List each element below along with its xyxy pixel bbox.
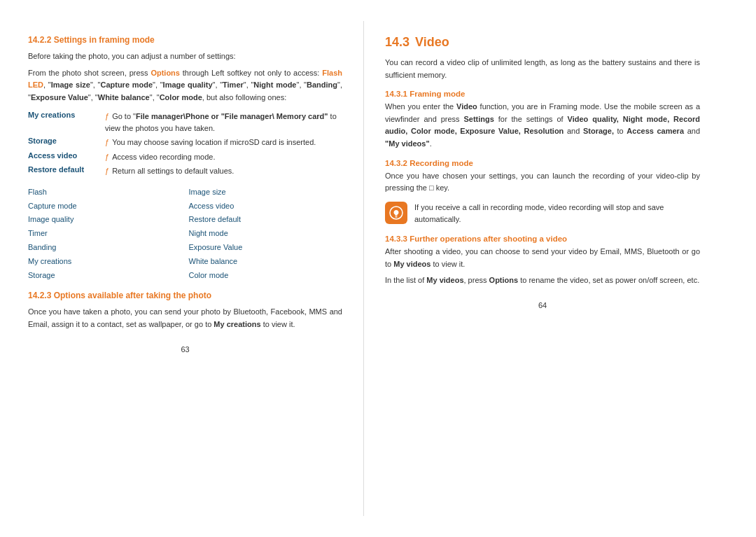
list-item-banding: Banding xyxy=(28,241,182,255)
white-balance: White balance xyxy=(98,93,150,102)
video-bold: Video xyxy=(456,102,477,111)
comma1: , " xyxy=(43,81,51,89)
note-box: If you receive a call in recording mode,… xyxy=(385,202,700,226)
list-item-colormode: Color mode xyxy=(189,269,343,283)
night-mode: Night mode xyxy=(253,81,296,89)
list-item-accessvideo: Access video xyxy=(189,200,343,214)
options-bold: Options xyxy=(150,69,180,77)
list-item-restore: Restore default xyxy=(189,213,343,227)
page-number-left: 63 xyxy=(28,345,342,354)
value-creations: ƒGo to "File manager\Phone or "File mana… xyxy=(105,111,342,134)
page-number-right: 64 xyxy=(385,301,700,309)
label-restore: Restore default xyxy=(28,165,105,174)
para-243: Once you have taken a photo, you can sen… xyxy=(28,306,342,330)
quote4: ", " xyxy=(213,81,223,89)
quote3: ", " xyxy=(153,81,163,89)
para-133-1: After shooting a video, you can choose t… xyxy=(385,246,700,270)
list-col-2: Image size Access video Restore default … xyxy=(189,186,343,283)
in-list-text: In the list of xyxy=(385,276,426,284)
label-storage: Storage xyxy=(28,137,105,145)
period: . xyxy=(430,139,432,148)
label-access-video: Access video xyxy=(28,151,105,160)
para-243-end: to view it. xyxy=(261,320,295,328)
and-text: and xyxy=(564,127,583,135)
section-133-heading: 14.3.3 Further operations after shooting… xyxy=(385,235,700,243)
exposure-value: Exposure Value xyxy=(31,93,88,102)
label-creations: My creations xyxy=(28,111,105,119)
settings-table: My creations ƒGo to "File manager\Phone … xyxy=(28,111,342,177)
value-storage: ƒYou may choose saving location if micro… xyxy=(105,137,342,148)
table-row-creations: My creations ƒGo to "File manager\Phone … xyxy=(28,111,342,134)
banding: Banding xyxy=(307,81,337,89)
value-access-video: ƒAccess video recording mode. xyxy=(105,151,342,163)
and2: and xyxy=(684,127,700,135)
but-also: , but also following ones: xyxy=(202,93,286,102)
options-ref2: Options xyxy=(489,276,519,284)
quote5: ", " xyxy=(244,81,254,89)
section-heading-1422: 14.2.2 Settings in framing mode xyxy=(28,35,342,45)
list-item-capture: Capture mode xyxy=(28,200,182,214)
para-131-3: for the settings of xyxy=(494,115,568,123)
quote9: ", " xyxy=(150,93,160,102)
table-row-restore: Restore default ƒReturn all settings to … xyxy=(28,165,342,177)
list-item-imgsize: Image size xyxy=(189,186,343,200)
settings-bold: Settings xyxy=(463,115,493,123)
right-page: 14.3 Video You can record a video clip o… xyxy=(364,21,728,516)
color-mode: Color mode xyxy=(160,93,202,102)
chapter-title: 14.3 Video xyxy=(385,35,700,50)
key-char: □ xyxy=(429,183,434,192)
list-item-flash: Flash xyxy=(28,186,182,200)
para-132: Once you have chosen your settings, you … xyxy=(385,170,700,195)
para-133-2: to view it. xyxy=(430,260,465,268)
list-item-mycreations: My creations xyxy=(28,255,182,269)
list-item-imgquality: Image quality xyxy=(28,213,182,227)
list-item-expvalue: Exposure Value xyxy=(189,241,343,255)
note-icon xyxy=(385,202,407,224)
my-videos-ref2: My videos xyxy=(426,276,463,284)
quote2: ", " xyxy=(90,81,101,89)
storage-bold: Storage, xyxy=(583,127,614,135)
section-132-heading: 14.3.2 Recording mode xyxy=(385,159,700,167)
my-creations-ref: My creations xyxy=(214,320,260,328)
image-size: Image size xyxy=(51,81,90,89)
table-row-storage: Storage ƒYou may choose saving location … xyxy=(28,137,342,148)
comma-press: , press xyxy=(464,276,489,284)
timer: Timer xyxy=(223,81,244,89)
capture-mode: Capture mode xyxy=(100,81,153,89)
my-videos-bold: "My videos" xyxy=(385,139,430,148)
left-page: 14.2.2 Settings in framing mode Before t… xyxy=(0,21,364,516)
value-restore: ƒReturn all settings to default values. xyxy=(105,165,342,177)
access-camera-bold: Access camera xyxy=(626,127,684,135)
to-access: to xyxy=(614,127,626,135)
my-videos-ref: My videos xyxy=(393,260,430,268)
quote6: ", " xyxy=(296,81,307,89)
para-133-3: In the list of My videos, press Options … xyxy=(385,274,700,287)
table-row-access-video: Access video ƒAccess video recording mod… xyxy=(28,151,342,163)
from-text: From the photo shot screen, press xyxy=(28,69,150,77)
section-heading-1423: 14.2.3 Options available after taking th… xyxy=(28,291,342,300)
svg-rect-1 xyxy=(396,216,398,218)
para-131-1: When you enter the xyxy=(385,102,456,111)
options-para: From the photo shot screen, press Option… xyxy=(28,67,342,104)
list-item-timer: Timer xyxy=(28,227,182,241)
list-item-nightmode: Night mode xyxy=(189,227,343,241)
para-133-5: to rename the video, set as power on/off… xyxy=(518,276,699,284)
chapter-num: 14.3 xyxy=(385,35,410,50)
key-end: key. xyxy=(434,183,449,192)
intro-para: Before taking the photo, you can adjust … xyxy=(28,50,342,63)
list-item-storage: Storage xyxy=(28,269,182,283)
para-243-text: Once you have taken a photo, you can sen… xyxy=(28,307,342,328)
para-131: When you enter the Video function, you a… xyxy=(385,101,700,150)
two-col-list: Flash Capture mode Image quality Timer B… xyxy=(28,186,342,283)
through-text: through Left softkey not only to access: xyxy=(180,69,322,77)
list-item-whitebalance: White balance xyxy=(189,255,343,269)
list-col-1: Flash Capture mode Image quality Timer B… xyxy=(28,186,182,283)
quote8: ", " xyxy=(88,93,98,102)
section-131-heading: 14.3.1 Framing mode xyxy=(385,90,700,98)
right-intro: You can record a video clip of unlimited… xyxy=(385,57,700,81)
image-quality: Image quality xyxy=(163,81,213,89)
chapter-title-text: Video xyxy=(415,35,449,50)
note-text: If you receive a call in recording mode,… xyxy=(414,202,700,226)
